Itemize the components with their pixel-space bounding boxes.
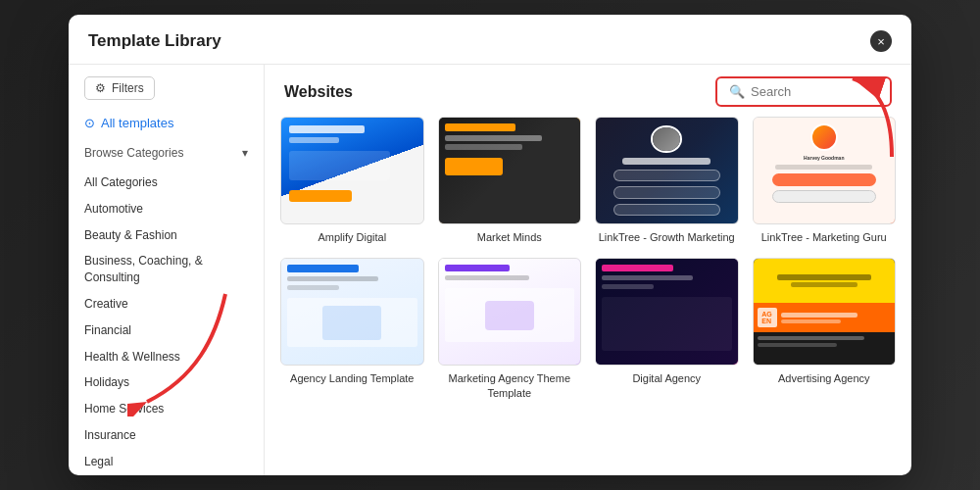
chevron-down-icon: ▾: [242, 146, 248, 160]
template-name-advertising-agency: Advertising Agency: [753, 371, 897, 385]
all-templates-label: All templates: [101, 116, 173, 130]
template-card-digital-agency[interactable]: Digital Agency: [595, 258, 739, 400]
template-name-linktree-growth: LinkTree - Growth Marketing: [595, 230, 739, 244]
filters-label: Filters: [112, 81, 144, 95]
main-header: Websites 🔍: [265, 65, 911, 117]
templates-grid: Amplify Digital Market Minds: [265, 117, 911, 475]
template-card-marketing-theme[interactable]: Marketing Agency Theme Template: [438, 258, 582, 400]
template-name-amplify-digital: Amplify Digital: [280, 230, 424, 244]
template-library-modal: Template Library × ⚙ Filters ⊙ All templ…: [69, 15, 911, 475]
template-thumb-linktree-growth: [595, 117, 739, 224]
template-thumb-agency-landing: [280, 258, 424, 366]
filters-button[interactable]: ⚙ Filters: [84, 76, 155, 100]
all-templates-link[interactable]: ⊙ All templates: [69, 110, 264, 136]
sidebar-item-insurance[interactable]: Insurance: [69, 422, 264, 449]
template-card-linktree-growth[interactable]: LinkTree - Growth Marketing: [595, 117, 739, 244]
template-name-agency-landing: Agency Landing Template: [280, 371, 424, 385]
sidebar-item-business-coaching[interactable]: Business, Coaching, & Consulting: [69, 248, 264, 291]
template-thumb-advertising-agency: AGEN: [753, 258, 897, 366]
template-card-amplify-digital[interactable]: Amplify Digital: [280, 117, 424, 244]
close-button[interactable]: ×: [870, 30, 892, 52]
red-arrow-to-search: [823, 69, 902, 167]
template-thumb-market-minds: [438, 117, 582, 224]
section-title: Websites: [284, 83, 353, 101]
main-content: Websites 🔍: [265, 65, 911, 475]
sidebar-filters-section: ⚙ Filters: [69, 76, 264, 110]
template-name-marketing-theme: Marketing Agency Theme Template: [438, 371, 582, 400]
template-thumb-marketing-theme: [438, 258, 582, 366]
template-thumb-digital-agency: [595, 258, 739, 366]
sidebar-item-beauty-fashion[interactable]: Beauty & Fashion: [69, 222, 264, 249]
all-templates-icon: ⊙: [84, 116, 95, 130]
template-name-digital-agency: Digital Agency: [595, 371, 739, 385]
template-card-advertising-agency[interactable]: AGEN: [753, 258, 897, 400]
template-card-agency-landing[interactable]: Agency Landing Template: [280, 258, 424, 400]
modal-header: Template Library ×: [69, 15, 911, 65]
sidebar-item-automotive[interactable]: Automotive: [69, 196, 264, 222]
sidebar-item-all-categories[interactable]: All Categories: [69, 170, 264, 196]
modal-backdrop: Template Library × ⚙ Filters ⊙ All templ…: [0, 0, 980, 490]
search-icon: 🔍: [729, 84, 745, 99]
filter-icon: ⚙: [95, 81, 106, 95]
template-card-market-minds[interactable]: Market Minds: [438, 117, 582, 244]
browse-categories-label: Browse Categories: [84, 146, 183, 160]
template-name-market-minds: Market Minds: [438, 230, 582, 244]
template-name-linktree-guru: LinkTree - Marketing Guru: [753, 230, 897, 244]
sidebar-item-legal[interactable]: Legal: [69, 449, 264, 475]
browse-categories-toggle[interactable]: Browse Categories ▾: [69, 140, 264, 166]
template-thumb-amplify-digital: [280, 117, 424, 224]
modal-title: Template Library: [88, 31, 221, 51]
red-arrow-to-marketing-agency: [127, 289, 245, 416]
